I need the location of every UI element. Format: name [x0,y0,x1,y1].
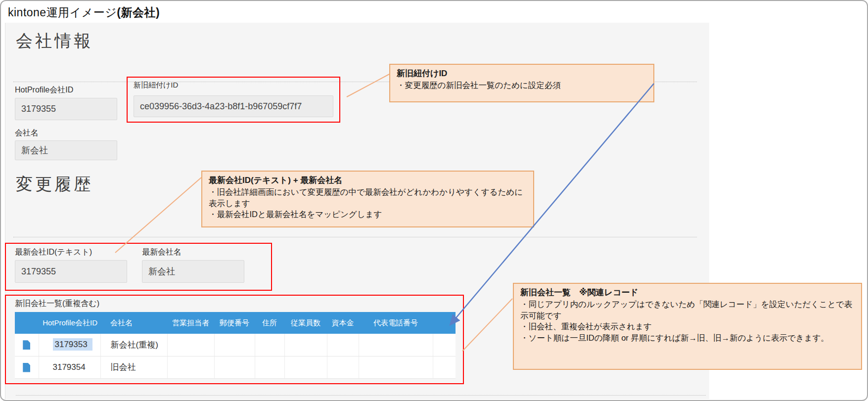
record-id[interactable]: 3179354 [39,356,100,378]
annotation-title: 最新会社ID(テキスト) + 最新会社名 [209,175,527,186]
table-header-row: HotProfile会社ID 会社名 営業担当者 郵便番号 住所 従業員数 資本… [15,312,456,334]
column-header-zip[interactable]: 郵便番号 [214,312,255,334]
hotprofile-id-field[interactable]: 3179355 [15,98,117,120]
column-header-filler [433,312,456,334]
annotation-related-list: 新旧会社一覧 ※関連レコード ・同じアプリ内のルックアップはできないため「関連レ… [513,283,862,370]
column-header-company-name[interactable]: 会社名 [100,312,167,334]
page-title-bold: (新会社) [117,6,160,19]
related-records-table: HotProfile会社ID 会社名 営業担当者 郵便番号 住所 従業員数 資本… [15,312,456,379]
linking-id-field[interactable]: ce039956-36d3-4a23-b8f1-b967059cf7f7 [134,95,333,117]
latest-id-field[interactable]: 3179355 [15,260,127,283]
record-id-link[interactable]: 3179353 [53,338,92,351]
section-heading-company-info: 会社情報 [16,30,93,52]
annotation-line: ・変更履歴の新旧会社一覧のために設定必須 [397,80,647,91]
slide-frame: kintone運用イメージ(新会社) 会社情報 HotProfile会社ID 3… [0,0,868,401]
annotation-line: ・同じアプリ内のルックアップはできないため「関連レコード」を設定いただくことで表… [520,299,855,321]
column-header-phone[interactable]: 代表電話番号 [359,312,433,334]
table-row[interactable]: 3179354 旧会社 [15,356,456,378]
record-company-name: 旧会社 [100,356,167,378]
separator [16,395,706,396]
section-heading-change-history: 変更履歴 [16,173,93,196]
annotation-line: ・最新会社IDと最新会社名をマッピングします [209,209,527,220]
record-company-name: 新会社(重複) [100,334,167,356]
annotation-line: ・ソート順は一旦IDの降順 or 昇順にすれば新→旧、旧→新のように表示できます… [520,332,855,344]
annotation-line: ・旧会社、重複会社が表示されます [520,321,855,332]
latest-id-label: 最新会社ID(テキスト) [15,247,92,258]
latest-name-field[interactable]: 新会社 [142,260,244,283]
company-name-label: 会社名 [15,128,39,138]
column-header-icon [15,312,39,334]
annotation-title: 新旧紐付けID [397,68,647,80]
annotation-title: 新旧会社一覧 ※関連レコード [520,287,855,299]
record-document-icon[interactable] [23,340,30,350]
column-header-capital[interactable]: 資本金 [327,312,359,334]
table-row[interactable]: 3179353 新会社(重複) [15,334,456,356]
annotation-latest-fields: 最新会社ID(テキスト) + 最新会社名 ・旧会社詳細画面において変更履歴の中で… [201,171,534,227]
separator [13,237,697,237]
latest-name-label: 最新会社名 [142,247,182,258]
linking-id-label: 新旧紐付けID [134,81,178,90]
company-name-field[interactable]: 新会社 [15,140,117,160]
record-document-icon[interactable] [23,363,30,372]
column-header-address[interactable]: 住所 [255,312,284,334]
related-list-label: 新旧会社一覧(重複含む) [15,299,99,309]
column-header-sales-rep[interactable]: 営業担当者 [167,312,214,334]
column-header-hotprofile-id[interactable]: HotProfile会社ID [39,312,100,334]
annotation-linking-id: 新旧紐付けID ・変更履歴の新旧会社一覧のために設定必須 [389,64,654,102]
page-title: kintone運用イメージ(新会社) [8,5,160,20]
annotation-line: ・旧会社詳細画面において変更履歴の中で最新会社がどれかわかりやすくするために表示… [209,186,527,209]
column-header-employees[interactable]: 従業員数 [284,312,327,334]
page-title-text: kintone運用イメージ [8,6,117,19]
hotprofile-id-label: HotProfile会社ID [15,85,73,95]
